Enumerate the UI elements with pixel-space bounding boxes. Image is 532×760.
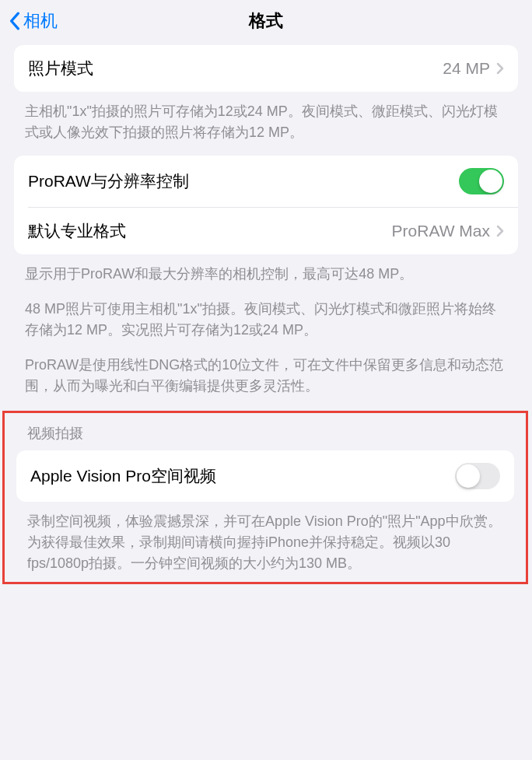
chevron-right-icon xyxy=(496,225,504,237)
back-label: 相机 xyxy=(23,9,58,33)
photo-mode-row[interactable]: 照片模式 24 MP xyxy=(14,45,518,92)
default-pro-format-value: ProRAW Max xyxy=(392,222,490,240)
list-group: Apple Vision Pro空间视频 xyxy=(16,450,514,502)
section-footer: 录制空间视频，体验震撼景深，并可在Apple Vision Pro的"照片"Ap… xyxy=(5,502,526,574)
back-button[interactable]: 相机 xyxy=(9,9,58,33)
photo-mode-section: 照片模式 24 MP 主相机"1x"拍摄的照片可存储为12或24 MP。夜间模式… xyxy=(0,45,532,143)
proraw-section: ProRAW与分辨率控制 默认专业格式 ProRAW Max 显示用于ProRA… xyxy=(0,156,532,397)
nav-header: 相机 格式 xyxy=(0,0,532,42)
highlight-annotation: 视频拍摄 Apple Vision Pro空间视频 录制空间视频，体验震撼景深，… xyxy=(2,411,528,584)
section-footer: 显示用于ProRAW和最大分辨率的相机控制，最高可达48 MP。 48 MP照片… xyxy=(0,254,532,397)
spatial-video-toggle[interactable] xyxy=(455,463,500,489)
list-group: 照片模式 24 MP xyxy=(14,45,518,92)
spatial-video-label: Apple Vision Pro空间视频 xyxy=(30,465,455,487)
photo-mode-value: 24 MP xyxy=(443,59,490,78)
section-footer: 主相机"1x"拍摄的照片可存储为12或24 MP。夜间模式、微距模式、闪光灯模式… xyxy=(0,92,532,143)
section-header: 视频拍摄 xyxy=(5,413,526,450)
proraw-control-label: ProRAW与分辨率控制 xyxy=(28,170,459,192)
footer-text-1: 显示用于ProRAW和最大分辨率的相机控制，最高可达48 MP。 xyxy=(25,264,507,285)
page-title: 格式 xyxy=(249,9,283,33)
default-pro-format-row[interactable]: 默认专业格式 ProRAW Max xyxy=(14,208,518,254)
footer-text-2: 48 MP照片可使用主相机"1x"拍摄。夜间模式、闪光灯模式和微距照片将始终存储… xyxy=(25,299,507,341)
chevron-left-icon xyxy=(9,12,20,30)
footer-text: 录制空间视频，体验震撼景深，并可在Apple Vision Pro的"照片"Ap… xyxy=(27,511,503,574)
spatial-video-row[interactable]: Apple Vision Pro空间视频 xyxy=(16,450,514,502)
proraw-control-row[interactable]: ProRAW与分辨率控制 xyxy=(14,156,518,207)
toggle-knob xyxy=(457,464,480,488)
footer-text-3: ProRAW是使用线性DNG格式的10位文件，可在文件中保留更多信息和动态范围，… xyxy=(25,355,507,397)
list-group: ProRAW与分辨率控制 默认专业格式 ProRAW Max xyxy=(14,156,518,254)
toggle-knob xyxy=(479,170,502,193)
proraw-toggle[interactable] xyxy=(459,168,504,194)
footer-text: 主相机"1x"拍摄的照片可存储为12或24 MP。夜间模式、微距模式、闪光灯模式… xyxy=(25,101,507,143)
default-pro-format-label: 默认专业格式 xyxy=(28,220,392,242)
chevron-right-icon xyxy=(496,62,504,75)
photo-mode-label: 照片模式 xyxy=(28,58,443,79)
